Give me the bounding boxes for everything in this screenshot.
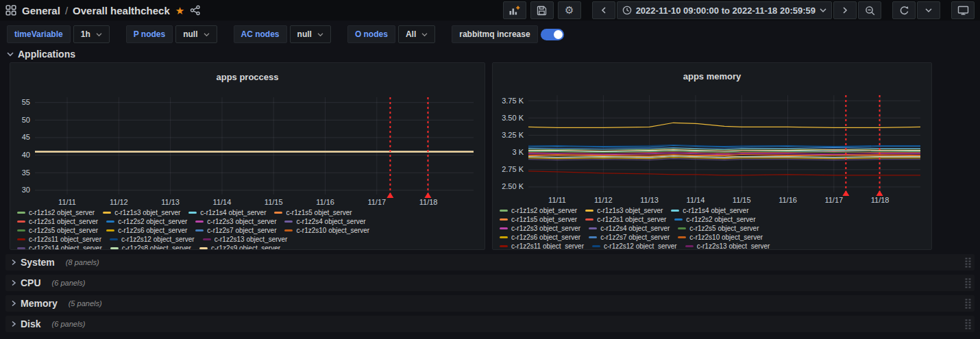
legend-item[interactable]: c-r1z1s4 objet_server	[188, 209, 266, 216]
legend-item[interactable]: c-r1z2s7 object_server	[589, 234, 670, 241]
variable-value-dropdown[interactable]: null	[175, 25, 217, 43]
rabbitmq-increase-toggle[interactable]	[541, 29, 564, 40]
legend-item[interactable]: c-r1z1s4 objet_server	[671, 207, 748, 214]
legend-item[interactable]: c-r1z1s2 objet_server	[17, 209, 95, 216]
legend-item[interactable]: c-r1z2s4 object_server	[589, 225, 670, 232]
legend-swatch	[589, 227, 597, 229]
add-panel-button[interactable]	[503, 1, 526, 19]
legend-item[interactable]: c-r1z2s2 object_server	[674, 216, 755, 223]
legend-item[interactable]: c-r1z2s12 object_server	[110, 236, 195, 243]
legend-swatch	[188, 212, 197, 214]
legend-item[interactable]: c-r1z2s5 object_server	[678, 225, 759, 232]
variable-value-dropdown[interactable]: All	[398, 25, 435, 43]
legend-label: c-r1z1s2 objet_server	[511, 207, 577, 214]
row-system[interactable]: System (8 panels)	[5, 254, 975, 271]
row-disk[interactable]: Disk (6 panels)	[5, 316, 975, 332]
legend-item[interactable]: c-r1z2s12 object_server	[592, 242, 677, 249]
legend-item[interactable]: c-r1z2s3 object_server	[500, 225, 580, 232]
favorite-star-icon[interactable]: ★	[175, 5, 184, 16]
variable-value-dropdown[interactable]: null	[290, 25, 331, 43]
row-cpu[interactable]: CPU (6 panels)	[5, 275, 975, 291]
legend-item[interactable]: c-r1z2s3 object_server	[195, 218, 276, 225]
legend-item[interactable]: c-r1z1s3 objet_server	[103, 209, 180, 216]
chevron-down-icon	[317, 32, 323, 37]
row-memory[interactable]: Memory (5 panels)	[5, 295, 975, 312]
zoom-out-button[interactable]	[858, 1, 881, 19]
legend-label: c-r1z2s5 object_server	[689, 225, 759, 232]
panel-title[interactable]: apps memory	[493, 71, 931, 83]
legend-item[interactable]: c-r1z2s6 object_server	[500, 234, 580, 241]
svg-text:45: 45	[22, 133, 30, 141]
time-shift-back-button[interactable]	[592, 1, 615, 19]
legend-label: c-r1z1s2 objet_server	[29, 209, 95, 216]
legend-label: c-r1z2s10 object_server	[296, 227, 369, 234]
svg-text:55: 55	[22, 98, 30, 106]
legend-item[interactable]: c-r1z2s7 object_server	[195, 227, 276, 234]
variables-row: timeVariable 1h P nodes null AC nodes nu…	[0, 21, 980, 47]
legend-swatch	[585, 210, 593, 212]
drag-handle-icon[interactable]	[964, 318, 972, 330]
legend-item[interactable]: c-r1z2s11 object_server	[500, 242, 584, 249]
legend-label: c-r1z2s6 object_server	[118, 227, 187, 234]
legend-item[interactable]: c-r1z2s1 object_server	[585, 216, 666, 223]
breadcrumb-dashboard-title[interactable]: Overall healthcheck	[73, 5, 170, 16]
drag-handle-icon[interactable]	[964, 257, 972, 268]
legend-item[interactable]: c-r1z1s3 objet_server	[585, 207, 663, 214]
share-icon[interactable]	[190, 5, 201, 16]
svg-text:11/17: 11/17	[367, 198, 386, 206]
variable-value-dropdown[interactable]: 1h	[73, 25, 110, 43]
legend-swatch	[500, 227, 508, 229]
panel-title[interactable]: apps proccess	[10, 71, 485, 84]
row-panel-count: (6 panels)	[52, 320, 86, 328]
legend-label: c-r1z2s11 object_server	[511, 242, 584, 249]
legend-item[interactable]: c-r1z2s6 object_server	[106, 227, 187, 234]
apps-proccess-chart[interactable]: 30354045505511/1111/1211/1311/1411/1511/…	[14, 92, 480, 207]
refresh-button[interactable]	[892, 1, 916, 19]
chevron-right-icon	[11, 259, 16, 266]
legend-row: c-r1z2s5 object_serverc-r1z2s6 object_se…	[17, 226, 485, 235]
legend-item[interactable]: c-r1z2s9 object_server	[199, 244, 280, 249]
legend-item[interactable]: c-r1z2s8 object_server	[110, 244, 191, 249]
legend-item[interactable]: c-r1z1s2 objet_server	[500, 207, 577, 214]
legend-item[interactable]: c-r1z2s4 object_server	[284, 218, 365, 225]
legend-label: c-r1z2s3 object_server	[511, 225, 580, 232]
time-range-button[interactable]: 2022-11-10 09:00:00 to 2022-11-18 20:59:…	[617, 1, 832, 19]
legend-item[interactable]: c-r1z2s2 object_server	[106, 218, 187, 225]
svg-text:2.75 K: 2.75 K	[502, 166, 524, 174]
row-applications[interactable]: Applications	[0, 47, 980, 62]
breadcrumb-folder[interactable]: General	[22, 5, 60, 16]
legend-swatch	[110, 247, 119, 249]
legend-row: c-r1z1s2 objet_serverc-r1z1s3 objet_serv…	[500, 206, 931, 215]
refresh-interval-button[interactable]	[917, 1, 940, 19]
legend-item[interactable]: c-r1z2s11 object_server	[17, 236, 101, 243]
svg-text:11/12: 11/12	[110, 198, 128, 206]
breadcrumb-separator: /	[65, 5, 68, 16]
legend-item[interactable]: c-r1z2s10 object_server	[678, 234, 763, 241]
legend-label: c-r1z2s13 object_server	[215, 236, 288, 243]
save-dashboard-button[interactable]	[530, 1, 554, 19]
panel-apps-proccess: apps proccess 30354045505511/1111/1211/1…	[10, 62, 485, 250]
legend-item[interactable]: c-r1z2s14 object_server	[17, 244, 102, 249]
legend-item[interactable]: c-r1z2s10 object_server	[284, 227, 369, 234]
apps-grid-icon[interactable]	[5, 5, 16, 16]
legend-item[interactable]: c-r1z2s1 object_server	[17, 218, 98, 225]
svg-text:35: 35	[22, 168, 30, 177]
legend-label: c-r1z2s3 object_server	[207, 218, 276, 225]
chevron-right-icon	[11, 300, 16, 307]
dashboard-settings-button[interactable]: ⚙	[558, 1, 581, 19]
legend-item[interactable]: c-r1z2s13 object_server	[685, 242, 770, 249]
legend-swatch	[284, 229, 293, 231]
kiosk-mode-button[interactable]	[951, 1, 975, 19]
apps-memory-chart[interactable]: 2.50 K2.75 K3 K3.25 K3.50 K3.75 K11/1111…	[497, 90, 927, 205]
drag-handle-icon[interactable]	[964, 277, 972, 289]
drag-handle-icon[interactable]	[964, 298, 972, 310]
legend-swatch	[17, 229, 25, 231]
legend-item[interactable]: c-r1z2s13 object_server	[203, 236, 288, 243]
legend-item[interactable]: c-r1z2s5 object_server	[17, 227, 98, 234]
legend-item[interactable]: c-r1z1s5 objet_server	[500, 216, 577, 223]
legend-label: c-r1z2s11 object_server	[29, 236, 101, 243]
legend-item[interactable]: c-r1z1s5 objet_server	[274, 209, 352, 216]
legend-swatch	[17, 221, 25, 223]
row-title: System	[21, 257, 55, 268]
time-shift-forward-button[interactable]	[833, 1, 857, 19]
